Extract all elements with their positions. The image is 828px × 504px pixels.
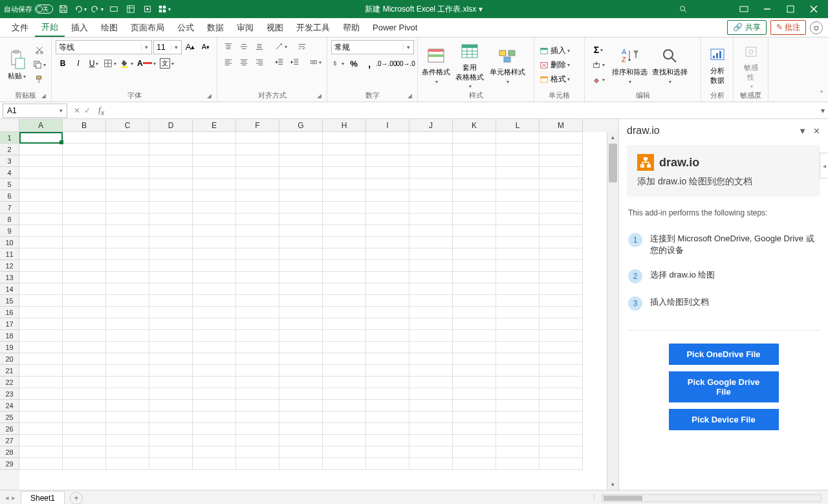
feedback-icon[interactable]: ☺	[810, 21, 823, 34]
row-header-5[interactable]: 5	[0, 179, 19, 190]
tab-layout[interactable]: 页面布局	[124, 18, 171, 37]
row-header-25[interactable]: 25	[0, 411, 19, 423]
tab-view[interactable]: 视图	[260, 18, 290, 37]
row-header-19[interactable]: 19	[0, 342, 19, 353]
save-icon[interactable]	[57, 3, 70, 16]
wrap-text-icon[interactable]	[295, 40, 309, 53]
comma-icon[interactable]: ,	[362, 57, 376, 70]
row-header-29[interactable]: 29	[0, 458, 19, 470]
undo-icon[interactable]: ▾	[74, 3, 87, 16]
row-header-13[interactable]: 13	[0, 272, 19, 283]
col-header-F[interactable]: F	[236, 119, 279, 132]
row-header-24[interactable]: 24	[0, 400, 19, 411]
pick-device-button[interactable]: Pick Device File	[669, 409, 779, 430]
qat-icon-3[interactable]	[141, 3, 154, 16]
cut-icon[interactable]	[32, 43, 47, 56]
border-icon[interactable]: ▾	[102, 57, 118, 70]
pick-googledrive-button[interactable]: Pick Google Drive File	[669, 371, 779, 402]
tab-home[interactable]: 开始	[35, 18, 65, 37]
col-header-K[interactable]: K	[453, 119, 496, 132]
tab-help[interactable]: 帮助	[336, 18, 366, 37]
vertical-scrollbar[interactable]: ▴ ▾	[607, 132, 618, 490]
merge-center-icon[interactable]: ▾	[309, 56, 323, 69]
col-header-I[interactable]: I	[366, 119, 409, 132]
copy-icon[interactable]: ▾	[32, 58, 47, 71]
font-color-icon[interactable]: A▾	[136, 57, 157, 70]
tab-powerpivot[interactable]: Power Pivot	[366, 18, 424, 37]
sheet-tab-active[interactable]: Sheet1	[21, 491, 65, 504]
paste-button[interactable]: 粘贴▾	[4, 40, 29, 89]
share-button[interactable]: 🔗 共享	[727, 20, 766, 35]
cancel-formula-icon[interactable]: ✕	[74, 106, 80, 115]
row-header-4[interactable]: 4	[0, 167, 19, 179]
redo-icon[interactable]: ▾	[91, 3, 104, 16]
search-icon[interactable]	[677, 3, 690, 16]
row-header-6[interactable]: 6	[0, 190, 19, 202]
format-cells-button[interactable]: 格式▾	[538, 72, 580, 85]
row-header-26[interactable]: 26	[0, 423, 19, 435]
row-header-18[interactable]: 18	[0, 330, 19, 342]
delete-cells-button[interactable]: 删除▾	[538, 58, 580, 71]
accounting-icon[interactable]: $▾	[331, 57, 345, 70]
phonetic-icon[interactable]: 文▾	[158, 57, 175, 70]
qat-icon-2[interactable]	[124, 3, 137, 16]
number-format-combo[interactable]: 常规▾	[331, 40, 414, 54]
tab-insert[interactable]: 插入	[65, 18, 94, 37]
tab-dev[interactable]: 开发工具	[290, 18, 336, 37]
decrease-font-icon[interactable]: A▾	[199, 40, 213, 53]
col-header-M[interactable]: M	[539, 119, 583, 132]
percent-icon[interactable]: %	[347, 57, 361, 70]
col-header-H[interactable]: H	[323, 119, 366, 132]
decrease-indent-icon[interactable]	[272, 56, 287, 69]
align-center-icon[interactable]	[237, 56, 251, 69]
row-header-23[interactable]: 23	[0, 388, 19, 400]
row-header-2[interactable]: 2	[0, 144, 19, 155]
col-header-C[interactable]: C	[106, 119, 149, 132]
row-header-22[interactable]: 22	[0, 377, 19, 388]
sheet-nav-next-icon[interactable]: ▸	[12, 494, 16, 502]
row-header-10[interactable]: 10	[0, 237, 19, 248]
row-header-8[interactable]: 8	[0, 214, 19, 225]
align-right-icon[interactable]	[252, 56, 267, 69]
cell-styles-button[interactable]: 单元格样式▾	[489, 40, 525, 89]
sort-filter-button[interactable]: AZ 排序和筛选▾	[611, 40, 648, 89]
font-size-combo[interactable]: 11▾	[153, 40, 182, 54]
autosum-icon[interactable]: Σ▾	[589, 43, 608, 56]
row-header-20[interactable]: 20	[0, 353, 19, 365]
horizontal-scrollbar[interactable]	[602, 494, 822, 502]
pane-collapse-tab[interactable]: ◂	[820, 153, 828, 179]
tab-file[interactable]: 文件	[5, 18, 35, 37]
insert-cells-button[interactable]: 插入▾	[538, 44, 580, 57]
pane-menu-icon[interactable]: ▼	[798, 126, 807, 136]
fx-icon[interactable]: fx	[94, 105, 108, 116]
enter-formula-icon[interactable]: ✓	[84, 106, 91, 115]
align-left-icon[interactable]	[221, 56, 235, 69]
fill-color-icon[interactable]: ▾	[119, 57, 135, 70]
col-header-D[interactable]: D	[149, 119, 193, 132]
increase-font-icon[interactable]: A▴	[183, 40, 197, 53]
decrease-decimal-icon[interactable]: .00→.0	[397, 57, 414, 70]
col-header-G[interactable]: G	[279, 119, 323, 132]
pane-close-icon[interactable]: ✕	[813, 126, 820, 136]
new-sheet-button[interactable]: +	[70, 492, 83, 505]
bold-icon[interactable]: B	[56, 57, 70, 70]
maximize-icon[interactable]	[780, 1, 801, 17]
formula-input[interactable]	[108, 104, 818, 118]
orientation-icon[interactable]: ▾	[273, 40, 289, 53]
close-icon[interactable]	[803, 1, 824, 17]
row-header-14[interactable]: 14	[0, 283, 19, 295]
row-header-7[interactable]: 7	[0, 202, 19, 214]
row-header-21[interactable]: 21	[0, 365, 19, 377]
collapse-ribbon-icon[interactable]: ˄	[820, 90, 823, 99]
format-table-button[interactable]: 套用 表格格式▾	[453, 40, 486, 89]
tab-review[interactable]: 审阅	[230, 18, 260, 37]
row-header-27[interactable]: 27	[0, 435, 19, 446]
tab-formulas[interactable]: 公式	[171, 18, 201, 37]
qat-icon-1[interactable]	[107, 3, 120, 16]
font-launcher[interactable]: ◢	[205, 93, 213, 100]
row-header-28[interactable]: 28	[0, 446, 19, 458]
tab-data[interactable]: 数据	[201, 18, 230, 37]
row-header-16[interactable]: 16	[0, 307, 19, 318]
pick-onedrive-button[interactable]: Pick OneDrive File	[669, 344, 779, 365]
sheet-nav-prev-icon[interactable]: ◂	[5, 494, 9, 502]
